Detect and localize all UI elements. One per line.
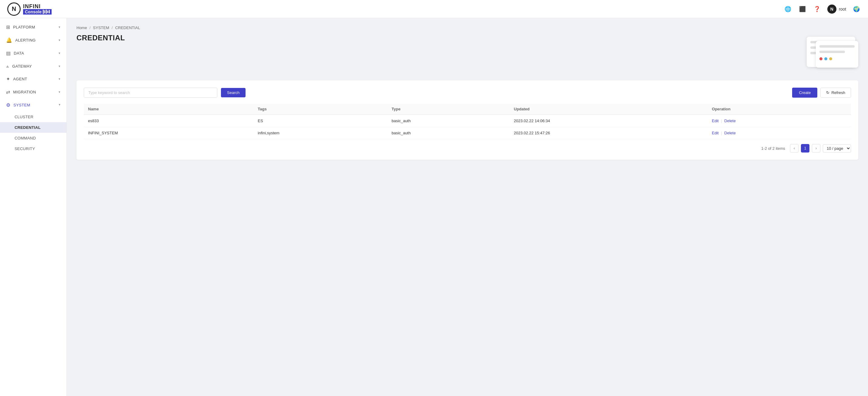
sidebar-item-command[interactable]: COMMAND bbox=[0, 133, 66, 143]
refresh-label: Refresh bbox=[831, 90, 845, 95]
pagination: 1-2 of 2 items ‹ 1 › 10 / page bbox=[84, 144, 851, 153]
col-updated: Updated bbox=[509, 104, 708, 114]
breadcrumb-sep-1: / bbox=[90, 26, 91, 30]
sidebar-item-system-label: SYSTEM bbox=[13, 103, 30, 107]
logo-bar-3 bbox=[46, 10, 47, 14]
breadcrumb-sep-2: / bbox=[112, 26, 113, 30]
language-icon[interactable]: 🌍 bbox=[852, 5, 861, 13]
sidebar-item-alerting-label: ALERTING bbox=[15, 38, 35, 42]
logo-infini: INFINI bbox=[23, 4, 52, 9]
sidebar-item-data-inner: ▤ DATA bbox=[6, 50, 24, 56]
user-avatar: N bbox=[827, 5, 836, 14]
col-operation: Operation bbox=[708, 104, 851, 114]
illus-dot-red bbox=[819, 57, 823, 60]
help-icon[interactable]: ❓ bbox=[813, 5, 821, 13]
sidebar-item-gateway[interactable]: ⟁ GATEWAY ▾ bbox=[0, 60, 66, 72]
gateway-icon: ⟁ bbox=[6, 63, 9, 69]
data-arrow: ▾ bbox=[59, 51, 60, 55]
search-button[interactable]: Search bbox=[221, 88, 246, 97]
logo-bar-4 bbox=[48, 11, 48, 13]
breadcrumb-home[interactable]: Home bbox=[76, 26, 87, 30]
page-title-area: CREDENTIAL bbox=[76, 34, 858, 73]
sidebar-cluster-label: CLUSTER bbox=[14, 114, 33, 119]
globe-icon[interactable]: 🌐 bbox=[784, 5, 792, 13]
sidebar-item-gateway-label: GATEWAY bbox=[12, 64, 32, 69]
sidebar-item-migration-inner: ⇄ MIGRATION bbox=[6, 89, 36, 95]
sidebar-credential-label: CREDENTIAL bbox=[14, 125, 41, 130]
breadcrumb-system[interactable]: SYSTEM bbox=[93, 26, 109, 30]
sidebar-item-cluster[interactable]: CLUSTER bbox=[0, 111, 66, 122]
sidebar-item-agent-inner: ✦ AGENT bbox=[6, 76, 27, 82]
main-content: Home / SYSTEM / CREDENTIAL CREDENTIAL bbox=[67, 18, 868, 396]
cell-ops-0: Edit | Delete bbox=[708, 114, 851, 127]
refresh-icon: ↻ bbox=[826, 90, 830, 95]
search-wrap bbox=[84, 88, 217, 98]
illus-dots bbox=[816, 55, 858, 63]
next-page-button[interactable]: › bbox=[812, 144, 820, 153]
migration-arrow: ▾ bbox=[59, 90, 60, 94]
breadcrumb: Home / SYSTEM / CREDENTIAL bbox=[76, 26, 858, 30]
current-page-button[interactable]: 1 bbox=[801, 144, 809, 153]
logo-bar-2 bbox=[44, 10, 45, 13]
cell-type-0: basic_auth bbox=[387, 114, 509, 127]
col-type: Type bbox=[387, 104, 509, 114]
table-card: Search Create ↻ Refresh Name Tags Type bbox=[76, 80, 858, 160]
top-header: N INFINI Console 🌐 ⬛ ❓ N root 🌍 bbox=[0, 0, 868, 18]
logo-bars bbox=[43, 10, 50, 14]
credential-table: Name Tags Type Updated Operation es833 E… bbox=[84, 104, 851, 139]
migration-icon: ⇄ bbox=[6, 89, 10, 95]
col-tags: Tags bbox=[253, 104, 387, 114]
page-size-select[interactable]: 10 / page bbox=[823, 144, 851, 153]
logo-bar-5 bbox=[49, 10, 50, 13]
user-name: root bbox=[839, 7, 846, 11]
toolbar-right: Create ↻ Refresh bbox=[792, 88, 851, 98]
sidebar-item-data[interactable]: ▤ DATA ▾ bbox=[0, 47, 66, 60]
terminal-icon[interactable]: ⬛ bbox=[798, 5, 807, 13]
layout: ⊞ PLATFORM ▾ 🔔 ALERTING ▾ ▤ DATA ▾ ⟁ GAT… bbox=[0, 18, 868, 396]
sidebar-item-platform[interactable]: ⊞ PLATFORM ▾ bbox=[0, 21, 66, 34]
sidebar-item-migration-label: MIGRATION bbox=[13, 90, 36, 94]
illus-line-5 bbox=[819, 51, 845, 53]
logo-circle: N bbox=[7, 2, 21, 16]
user-area[interactable]: N root bbox=[827, 5, 846, 14]
breadcrumb-credential: CREDENTIAL bbox=[115, 26, 140, 30]
sidebar-item-gateway-inner: ⟁ GATEWAY bbox=[6, 63, 32, 69]
cell-updated-1: 2023.02.22 15:47:26 bbox=[509, 127, 708, 139]
cell-updated-0: 2023.02.22 14:06:34 bbox=[509, 114, 708, 127]
logo-console: Console bbox=[23, 9, 52, 14]
op-sep-0: | bbox=[721, 119, 722, 123]
sidebar-security-label: SECURITY bbox=[14, 146, 35, 151]
illus-card-front bbox=[816, 41, 858, 68]
gateway-arrow: ▾ bbox=[59, 64, 60, 68]
alerting-arrow: ▾ bbox=[59, 38, 60, 42]
search-input[interactable] bbox=[84, 88, 217, 98]
cell-name-1: INFINI_SYSTEM bbox=[84, 127, 253, 139]
sidebar-item-security[interactable]: SECURITY bbox=[0, 143, 66, 154]
illus-line-4 bbox=[819, 45, 855, 47]
sidebar-item-migration[interactable]: ⇄ MIGRATION ▾ bbox=[0, 86, 66, 99]
op-sep-1: | bbox=[721, 131, 722, 135]
delete-button-1[interactable]: Delete bbox=[724, 131, 736, 135]
sidebar-item-credential[interactable]: CREDENTIAL bbox=[0, 122, 66, 133]
delete-button-0[interactable]: Delete bbox=[724, 119, 736, 123]
logo-bar-1 bbox=[43, 10, 44, 14]
edit-button-0[interactable]: Edit bbox=[712, 119, 719, 123]
logo-text: INFINI Console bbox=[23, 4, 52, 14]
system-arrow: ▴ bbox=[59, 103, 60, 107]
sidebar-item-platform-label: PLATFORM bbox=[13, 25, 35, 29]
sidebar-item-system[interactable]: ⚙ SYSTEM ▴ bbox=[0, 99, 66, 111]
logo: N INFINI Console bbox=[7, 2, 52, 16]
platform-arrow: ▾ bbox=[59, 25, 60, 29]
cell-name-0: es833 bbox=[84, 114, 253, 127]
prev-page-button[interactable]: ‹ bbox=[790, 144, 799, 153]
create-button[interactable]: Create bbox=[792, 88, 817, 98]
sidebar-item-alerting[interactable]: 🔔 ALERTING ▾ bbox=[0, 34, 66, 47]
illus-dot-yellow bbox=[829, 57, 832, 60]
gear-icon: ⚙ bbox=[6, 102, 10, 108]
sidebar-item-agent[interactable]: ✦ AGENT ▾ bbox=[0, 72, 66, 86]
edit-button-1[interactable]: Edit bbox=[712, 131, 719, 135]
table-row: es833 ES basic_auth 2023.02.22 14:06:34 … bbox=[84, 114, 851, 127]
refresh-button[interactable]: ↻ Refresh bbox=[820, 88, 851, 98]
agent-icon: ✦ bbox=[6, 76, 10, 82]
page-illustration bbox=[798, 34, 858, 73]
